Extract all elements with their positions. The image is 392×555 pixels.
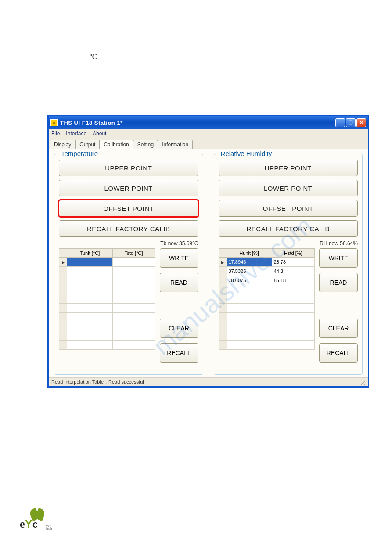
menu-interface[interactable]: Interface (66, 131, 86, 137)
temp-col-tstd: Tstd [°C] (112, 249, 155, 258)
content-area: Temperature UPPER POINT LOWER POINT OFFS… (49, 149, 368, 377)
hum-recall-factory-button[interactable]: RECALL FACTORY CALIB (219, 220, 358, 237)
humidity-legend: Relative Humidity (219, 150, 274, 157)
table-row[interactable] (219, 285, 315, 294)
table-row[interactable] (59, 276, 155, 285)
temp-recall-factory-button[interactable]: RECALL FACTORY CALIB (59, 220, 198, 237)
hum-grid[interactable]: Hunit [%] Hstd [%] 17.894623.78 37.53254… (219, 248, 315, 363)
table-row[interactable] (219, 341, 315, 350)
tab-information[interactable]: Information (158, 140, 193, 149)
temperature-group: Temperature UPPER POINT LOWER POINT OFFS… (54, 154, 203, 375)
maximize-button[interactable]: ☐ (346, 118, 356, 127)
hum-col-hstd: Hstd [%] (272, 249, 314, 258)
hum-upper-point-button[interactable]: UPPER POINT (219, 160, 358, 176)
footer-logo: eYc eyc-tech (20, 509, 53, 531)
temp-col-tunit: Tunit [°C] (67, 249, 113, 258)
resize-grip-icon[interactable] (359, 379, 365, 385)
temp-read-button[interactable]: READ (160, 273, 198, 292)
menu-about[interactable]: About (93, 131, 106, 137)
temp-grid[interactable]: Tunit [°C] Tstd [°C] (59, 248, 155, 363)
table-row[interactable]: 78.607585.18 (219, 276, 315, 285)
table-row[interactable] (59, 285, 155, 294)
logo-text: eYc (20, 517, 38, 531)
temperature-legend: Temperature (59, 150, 100, 157)
app-window: e THS UI F18 Station 1* — ☐ ✕ File Inter… (47, 115, 369, 388)
temp-now-label: Tb now 35.69°C (59, 240, 198, 247)
temp-offset-point-button[interactable]: OFFSET POINT (59, 200, 198, 217)
temp-write-button[interactable]: WRITE (160, 248, 198, 268)
hum-clear-button[interactable]: CLEAR (319, 319, 358, 338)
table-row[interactable] (59, 258, 155, 267)
hum-col-hunit: Hunit [%] (227, 249, 272, 258)
hum-read-button[interactable]: READ (319, 273, 358, 292)
table-row[interactable] (219, 313, 315, 322)
table-row[interactable] (219, 322, 315, 331)
status-text: Read Interpolation Table，Read successful (51, 379, 144, 385)
tab-display[interactable]: Display (50, 140, 76, 149)
hum-now-label: RH now 56.64% (219, 240, 358, 247)
temp-recall-button[interactable]: RECALL (160, 343, 198, 363)
hum-offset-point-button[interactable]: OFFSET POINT (219, 200, 358, 217)
window-title: THS UI F18 Station 1* (60, 120, 335, 126)
temp-clear-button[interactable]: CLEAR (160, 319, 198, 338)
temp-lower-point-button[interactable]: LOWER POINT (59, 180, 198, 196)
table-row[interactable] (219, 304, 315, 313)
app-icon: e (50, 119, 58, 126)
hum-write-button[interactable]: WRITE (319, 248, 358, 268)
hum-lower-point-button[interactable]: LOWER POINT (219, 180, 358, 196)
table-row[interactable] (219, 294, 315, 304)
menubar: File Interface About (49, 129, 368, 138)
table-row[interactable] (219, 331, 315, 341)
tab-calibration[interactable]: Calibration (99, 140, 133, 149)
table-row[interactable] (59, 267, 155, 276)
titlebar: e THS UI F18 Station 1* — ☐ ✕ (49, 116, 368, 129)
hum-recall-button[interactable]: RECALL (319, 343, 358, 363)
close-button[interactable]: ✕ (356, 118, 366, 127)
tab-output[interactable]: Output (75, 140, 100, 149)
minimize-button[interactable]: — (335, 118, 345, 127)
table-row[interactable]: 17.894623.78 (219, 258, 315, 267)
table-row[interactable] (59, 294, 155, 304)
statusbar: Read Interpolation Table，Read successful (49, 377, 368, 386)
tab-setting[interactable]: Setting (133, 140, 158, 149)
tab-bar: Display Output Calibration Setting Infor… (49, 138, 368, 149)
menu-file[interactable]: File (51, 131, 60, 137)
table-row[interactable] (59, 322, 155, 331)
table-row[interactable] (59, 304, 155, 313)
temp-upper-point-button[interactable]: UPPER POINT (59, 160, 198, 176)
table-row[interactable] (59, 331, 155, 341)
table-row[interactable]: 37.532544.3 (219, 267, 315, 276)
celsius-symbol: ℃ (89, 53, 97, 61)
table-row[interactable] (59, 313, 155, 322)
logo-subtext: eyc-tech (46, 524, 53, 530)
humidity-group: Relative Humidity UPPER POINT LOWER POIN… (214, 154, 363, 375)
table-row[interactable] (59, 341, 155, 350)
